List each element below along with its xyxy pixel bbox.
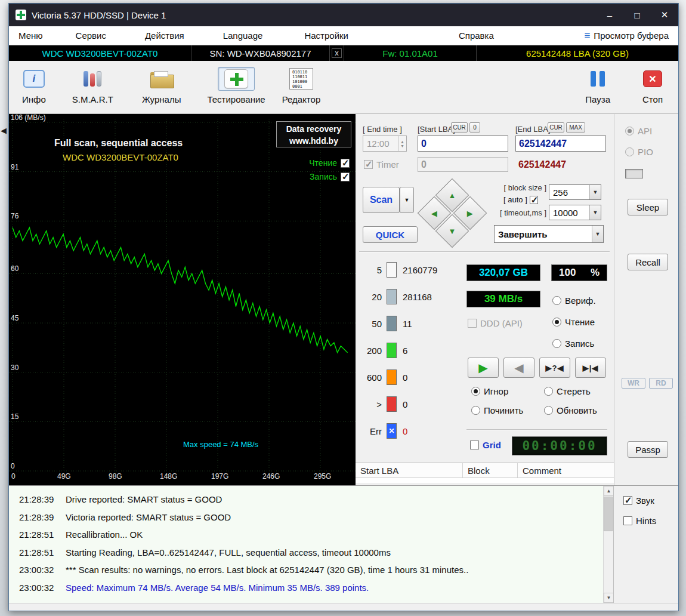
stop-button[interactable]: ✕ Стоп	[642, 66, 663, 104]
grid-row[interactable]: Grid	[470, 440, 501, 450]
device-serial: SN: WD-WXB0A8902177	[191, 45, 330, 61]
block-size-select[interactable]: 256 ▼	[549, 184, 601, 200]
device-tab-close[interactable]: x	[330, 45, 344, 61]
end-time-spinner[interactable]: 12:00 ▲▼	[363, 135, 407, 152]
menu-item-service[interactable]: Сервис	[76, 30, 106, 41]
sound-checkbox[interactable]	[623, 496, 632, 505]
device-model[interactable]: WDC WD3200BEVT-00ZAT0	[9, 45, 191, 61]
hints-checkbox[interactable]	[623, 516, 632, 525]
passp-button[interactable]: Passp	[628, 441, 668, 458]
recall-button[interactable]: Recall	[628, 254, 668, 270]
info-button[interactable]: i Инфо	[22, 66, 46, 104]
minimize-button[interactable]: –	[596, 4, 623, 26]
watermark-line1: Data recovery	[277, 123, 351, 135]
maximize-button[interactable]: □	[623, 4, 651, 26]
title-bar[interactable]: Victoria 5.37 HDD/SSD | Device 1 – □ ✕	[9, 4, 678, 26]
watermark: Data recovery www.hdd.by	[276, 121, 351, 147]
collapse-graph-arrow[interactable]: ◀	[1, 122, 8, 138]
editor-button[interactable]: 010110 110011 101000 0001 Редактор	[282, 66, 321, 104]
timeout-value: 10000	[553, 208, 578, 218]
stat-count: 0	[403, 426, 407, 436]
y-tick-label: 15	[11, 412, 18, 421]
end-lba-input[interactable]: 625142447	[515, 135, 606, 152]
hints-row[interactable]: Hints	[623, 516, 656, 526]
back-button[interactable]: ◀	[503, 358, 534, 378]
spin-up-icon[interactable]: ▲	[400, 140, 404, 144]
seek-error-button[interactable]: ▶?◀	[539, 358, 570, 378]
scroll-up-button[interactable]: ▲	[604, 486, 614, 496]
action-erase-row[interactable]: Стереть	[544, 386, 591, 396]
window-title: Victoria 5.37 HDD/SSD | Device 1	[32, 10, 166, 20]
sound-row[interactable]: Звук	[623, 495, 654, 506]
action-refresh-row[interactable]: Обновить	[544, 405, 597, 415]
start-lba-input[interactable]: 0	[418, 135, 508, 152]
action-fix-row[interactable]: Починить	[471, 405, 523, 415]
column-block[interactable]: Block	[463, 463, 518, 478]
testing-button[interactable]: Тестирование	[207, 66, 265, 104]
log-scrollbar[interactable]: ▲ ▼	[603, 486, 613, 603]
timer-checkbox-row[interactable]: Timer	[364, 159, 399, 170]
auto-checkbox[interactable]	[530, 196, 538, 204]
seek-end-button[interactable]: ▶|◀	[575, 358, 606, 378]
mode-read-row[interactable]: Чтение	[552, 317, 595, 327]
write-radio[interactable]	[552, 339, 561, 348]
log-message: Victoria reported: SMART status = GOOD	[66, 512, 231, 522]
start-scan-button[interactable]: ▶	[468, 358, 499, 378]
end-lba-max-button[interactable]: MAX	[566, 122, 585, 133]
mode-verify-row[interactable]: Вериф.	[552, 295, 596, 306]
verify-radio[interactable]	[552, 296, 561, 305]
close-button[interactable]: ✕	[651, 4, 678, 26]
fix-radio[interactable]	[471, 406, 480, 415]
menu-item-actions[interactable]: Действия	[145, 30, 184, 41]
scrollbar-thumb[interactable]	[604, 497, 613, 531]
testing-label: Тестирование	[207, 94, 265, 104]
column-start-lba[interactable]: Start LBA	[356, 463, 463, 478]
stat-count: 11	[403, 319, 412, 329]
sleep-button[interactable]: Sleep	[628, 199, 668, 215]
timer-label: Timer	[376, 159, 399, 170]
timeout-select[interactable]: 10000 ▼	[549, 205, 601, 220]
nav-up-icon: ▲	[449, 191, 456, 200]
ddd-row: DDD (API)	[468, 318, 523, 328]
scan-button[interactable]: Scan	[363, 187, 400, 213]
action-ignore-row[interactable]: Игнор	[471, 386, 508, 396]
spin-down-icon[interactable]: ▼	[400, 144, 404, 148]
quick-button[interactable]: QUICK	[363, 226, 418, 243]
log-box[interactable]: 21:28:39 Drive reported: SMART status = …	[9, 486, 614, 603]
stat-count: 0	[403, 372, 407, 383]
menu-item-buffer-view[interactable]: ≡ Просмотр буфера	[584, 30, 669, 41]
journals-button[interactable]: Журналы	[142, 66, 181, 104]
speed-display: 39 MB/s	[466, 291, 540, 307]
read-radio[interactable]	[552, 318, 561, 327]
refresh-radio[interactable]	[544, 406, 553, 415]
end-lba-cur-button[interactable]: CUR	[548, 122, 564, 133]
menu-item-help[interactable]: Справка	[459, 30, 494, 41]
auto-row[interactable]: [ auto ]	[503, 195, 538, 204]
menu-item-language[interactable]: Language	[223, 30, 263, 41]
stop-label: Стоп	[642, 94, 663, 104]
erase-radio[interactable]	[544, 387, 553, 396]
mode-write-row[interactable]: Запись	[552, 338, 594, 349]
timer-checkbox[interactable]	[364, 160, 373, 169]
scroll-down-button[interactable]: ▼	[604, 593, 614, 603]
smart-button[interactable]: S.M.A.R.T	[72, 66, 113, 104]
stat-count: 281168	[403, 292, 432, 302]
legend-read-checkbox[interactable]	[341, 159, 350, 168]
ignore-radio[interactable]	[471, 387, 480, 396]
wr-button: WR	[622, 378, 645, 389]
menu-item-settings[interactable]: Настройки	[304, 30, 348, 41]
start-lba-zero-button[interactable]: 0	[469, 122, 480, 133]
grid-checkbox[interactable]	[470, 441, 479, 449]
stat-label: Err	[360, 426, 382, 436]
pause-button[interactable]: Пауза	[585, 66, 610, 104]
stat-row-err: Err ✕ 0	[360, 423, 407, 439]
scan-dropdown-button[interactable]: ▼	[400, 187, 414, 213]
y-tick-label: 45	[11, 314, 18, 322]
error-block-icon: ✕	[387, 423, 397, 439]
column-comment[interactable]: Comment	[518, 463, 614, 478]
menu-item-menu[interactable]: Меню	[18, 30, 43, 41]
finish-action-select[interactable]: Завершить ▼	[494, 225, 604, 243]
end-lba-label: [End LBA]	[515, 125, 551, 134]
legend-write-checkbox[interactable]	[341, 173, 350, 181]
start-lba-cur-button[interactable]: CUR	[451, 122, 468, 133]
